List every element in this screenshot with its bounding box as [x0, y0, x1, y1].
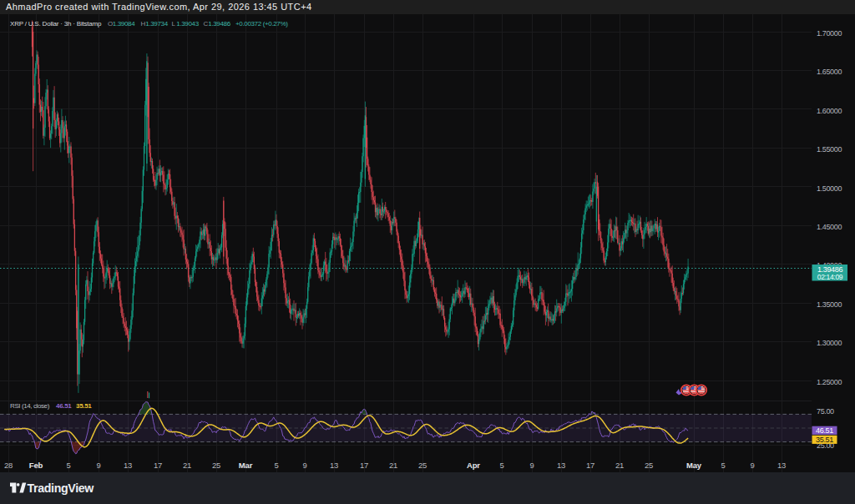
svg-text:5: 5	[499, 461, 503, 470]
svg-text:21: 21	[615, 461, 624, 470]
svg-text:13: 13	[330, 461, 338, 470]
svg-text:AhmadPro created with TradingV: AhmadPro created with TradingView.com, A…	[6, 2, 312, 12]
svg-text:25: 25	[418, 461, 427, 470]
svg-text:1.45000: 1.45000	[817, 223, 842, 231]
svg-text:02:14:09: 02:14:09	[817, 273, 843, 281]
svg-text:1.25000: 1.25000	[817, 378, 842, 386]
svg-text:17: 17	[586, 461, 594, 470]
svg-text:9: 9	[529, 461, 534, 470]
svg-text:17: 17	[154, 461, 162, 470]
svg-text:21: 21	[183, 461, 191, 470]
svg-text:17: 17	[360, 461, 368, 470]
svg-text:1.39043: 1.39043	[176, 20, 199, 28]
svg-text:1.39486: 1.39486	[208, 20, 230, 28]
svg-text:9: 9	[96, 461, 100, 470]
svg-text:46.51: 46.51	[816, 426, 833, 435]
svg-text:5: 5	[721, 461, 725, 470]
svg-text:13: 13	[124, 461, 132, 470]
svg-text:RSI (14, close): RSI (14, close)	[10, 402, 50, 410]
svg-text:75.00: 75.00	[817, 407, 834, 416]
svg-text:5: 5	[274, 461, 278, 470]
svg-text:+0.00372 (+0.27%): +0.00372 (+0.27%)	[235, 20, 288, 28]
svg-text:Feb: Feb	[29, 461, 43, 470]
svg-text:9: 9	[750, 461, 754, 470]
svg-text:May: May	[686, 461, 702, 470]
svg-text:5: 5	[66, 461, 70, 470]
svg-text:46.51: 46.51	[56, 402, 72, 410]
svg-text:1.65000: 1.65000	[817, 68, 842, 76]
svg-text:1.30000: 1.30000	[817, 339, 842, 347]
svg-text:25: 25	[645, 461, 653, 470]
svg-text:XRP / U.S. Dollar · 3h · Bitst: XRP / U.S. Dollar · 3h · Bitstamp	[10, 20, 102, 28]
svg-text:21: 21	[389, 461, 397, 470]
svg-text:28: 28	[4, 461, 13, 470]
svg-text:Mar: Mar	[239, 461, 253, 470]
svg-text:1.55000: 1.55000	[817, 145, 842, 154]
svg-text:1.35000: 1.35000	[817, 300, 842, 309]
svg-text:1.39084: 1.39084	[113, 20, 135, 28]
svg-text:9: 9	[302, 461, 306, 470]
svg-text:TradingView: TradingView	[28, 481, 95, 495]
svg-text:Apr: Apr	[467, 461, 480, 470]
svg-text:1.39734: 1.39734	[145, 20, 168, 28]
svg-text:13: 13	[777, 461, 786, 470]
svg-text:35.51: 35.51	[816, 436, 833, 444]
svg-text:1.50000: 1.50000	[817, 184, 842, 193]
svg-text:25: 25	[212, 461, 220, 470]
svg-text:1.70000: 1.70000	[817, 29, 842, 38]
svg-text:1.60000: 1.60000	[817, 107, 842, 115]
svg-text:35.51: 35.51	[76, 402, 92, 410]
svg-text:13: 13	[557, 461, 565, 470]
